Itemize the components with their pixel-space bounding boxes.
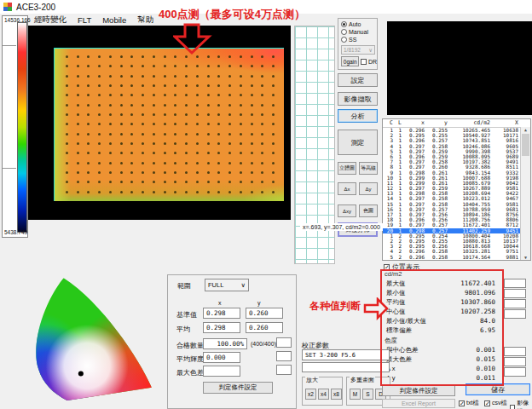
position-checkbox[interactable] (384, 264, 390, 270)
measure-point (224, 168, 235, 177)
capture-mode-option[interactable]: SS (341, 36, 377, 43)
measure-point (257, 101, 269, 110)
heatmap-canvas[interactable] (28, 26, 291, 220)
menu-item[interactable]: FLT (78, 15, 91, 25)
measure-button[interactable]: 測定 (338, 130, 378, 155)
average-y-field[interactable]: 0.260 (246, 322, 283, 333)
measure-point-dot (261, 94, 263, 96)
measure-point (224, 81, 235, 90)
excel-report-button[interactable]: Excel Report (382, 399, 455, 408)
measure-point-dot (272, 65, 275, 67)
scroll-down-icon[interactable]: ▼ (524, 255, 527, 260)
table-header-cell: x (403, 119, 426, 127)
delta-x-button[interactable]: Δx (338, 182, 356, 195)
solid-view-button[interactable]: 立體圖 (338, 162, 356, 175)
scroll-up-icon[interactable]: ▲ (524, 127, 527, 132)
range-select[interactable]: FULL ∨ (205, 279, 249, 291)
contour-button[interactable]: 等高線 (359, 162, 378, 175)
measure-point (159, 139, 171, 148)
measure-point (171, 90, 182, 100)
measure-point (214, 168, 225, 177)
txt-checkbox[interactable] (459, 400, 465, 406)
dr-checkbox[interactable] (361, 59, 366, 65)
csv-checkbox[interactable] (484, 400, 490, 406)
txt-file-toggle[interactable]: txt檔 (459, 399, 478, 407)
gain-button[interactable]: 0gain (341, 56, 359, 66)
zoom-x2-button[interactable]: x2 (305, 389, 316, 400)
measure-point (203, 119, 214, 129)
image-checkbox[interactable] (510, 405, 515, 409)
csv-file-toggle[interactable]: csv檔 (484, 399, 507, 407)
measurement-table-body: 110.2960.25510265.46510638210.2950.25510… (383, 128, 530, 260)
measure-point (148, 168, 159, 177)
calibration-value-field[interactable]: SET 3-200 F5.6 (302, 349, 390, 360)
multiscreen-M-button[interactable]: M (350, 389, 361, 400)
measure-point (268, 90, 279, 100)
table-row[interactable]: 520.2960.25810174.5649881 (383, 255, 530, 260)
measure-point-dot (228, 55, 231, 58)
image-capture-button[interactable]: 影像擷取 (338, 92, 378, 106)
max-color-diff-field[interactable] (203, 366, 240, 377)
measure-point (137, 61, 148, 71)
measure-point (257, 139, 269, 148)
measure-point-dot (109, 171, 112, 174)
avg-luminance-field[interactable]: 0.000 (203, 352, 240, 363)
calibration-extra-field[interactable] (302, 362, 390, 372)
capture-mode-option[interactable]: Auto (341, 20, 377, 28)
measure-point-dot (109, 84, 112, 87)
measure-point (159, 177, 171, 187)
measure-point-dot (142, 84, 144, 87)
measure-point-dot (261, 104, 263, 107)
reference-x-field[interactable]: 0.298 (203, 308, 240, 319)
measure-point (61, 90, 72, 100)
menu-item[interactable]: 幫助 (137, 14, 153, 26)
measure-point-dot (261, 181, 263, 183)
measure-point-dot (142, 133, 144, 135)
measure-point (214, 148, 225, 158)
colormap-button[interactable]: 色圖 (359, 204, 378, 217)
menu-item[interactable]: 經時變化 (34, 14, 66, 26)
measure-point-dot (217, 94, 220, 96)
measure-point (127, 90, 138, 100)
settings-button[interactable]: 設定 (338, 73, 378, 87)
multiscreen-S-button[interactable]: S (362, 389, 373, 400)
measure-point (159, 130, 171, 139)
measure-point (192, 90, 203, 100)
measure-point (192, 177, 203, 187)
result-row: 最大值11672.401 (382, 279, 499, 288)
delta-y-button[interactable]: Δy (359, 182, 378, 195)
measure-point-dot (130, 75, 133, 78)
measure-point (72, 130, 84, 139)
average-x-field[interactable]: 0.298 (203, 322, 240, 333)
measure-point (148, 72, 159, 81)
measure-point-dot (196, 55, 199, 58)
analyze-button[interactable]: 分析 (338, 109, 378, 123)
measure-point-dot (98, 133, 101, 135)
zoom-x8-button[interactable]: x8 (331, 389, 342, 400)
measure-point (246, 119, 257, 129)
save-button[interactable]: 儲存 (466, 383, 530, 395)
scroll-thumb[interactable] (522, 134, 529, 156)
range-value: FULL (208, 281, 223, 289)
measure-point-dot (77, 162, 79, 164)
reference-y-field[interactable]: 0.260 (246, 308, 283, 319)
measure-point (159, 187, 171, 197)
image-file-toggle[interactable]: 影像檔 (510, 399, 532, 409)
delta-xy-button[interactable]: Δxy (338, 204, 356, 217)
shutter-select[interactable]: 1/8192 ∨ (341, 45, 375, 55)
measure-point-dot (261, 133, 263, 135)
measure-point-dot (77, 152, 79, 154)
footer-judge-condition-button[interactable]: 判定條件設定 (382, 385, 455, 396)
measure-point-dot (240, 133, 242, 135)
zoom-x4-button[interactable]: x4 (318, 389, 329, 400)
measure-point (192, 110, 203, 119)
judge-condition-button[interactable]: 判定條件設定 (203, 382, 273, 394)
judge-box (504, 309, 526, 319)
table-scrollbar[interactable]: ▲ ▼ (520, 127, 530, 260)
menu-item[interactable]: Mobile (102, 15, 126, 25)
csv-label: csv檔 (492, 399, 507, 407)
measurement-table[interactable]: CLxycd/m2X 110.2960.25510265.46510638210… (382, 118, 531, 261)
measure-point (94, 52, 105, 61)
capture-mode-option[interactable]: Manual (341, 28, 377, 36)
result-row: 最大色差0.015 (382, 354, 499, 364)
